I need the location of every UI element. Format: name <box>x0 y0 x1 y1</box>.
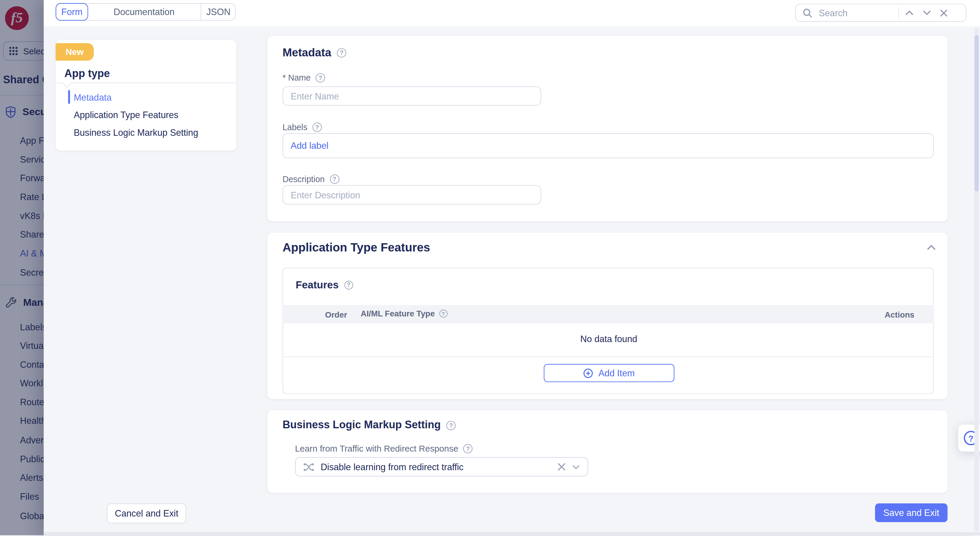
chevron-down-icon[interactable] <box>572 464 580 469</box>
section-title: Application Type Features <box>283 241 430 255</box>
divider <box>284 357 934 357</box>
modal-dim-overlay <box>0 0 44 535</box>
metadata-card: Metadata ? * Name ? Labels ? Add label D… <box>267 36 948 221</box>
shuffle-icon <box>303 462 315 472</box>
wizard-nav-item-features[interactable]: Application Type Features <box>74 110 178 120</box>
redirect-label-row: Learn from Traffic with Redirect Respons… <box>295 443 473 453</box>
add-label-button[interactable]: Add label <box>291 141 328 151</box>
section-title: Metadata <box>283 46 331 59</box>
search-icon <box>802 8 813 18</box>
help-icon[interactable]: ? <box>316 73 325 83</box>
redirect-dropdown[interactable]: Disable learning from redirect traffic <box>295 457 588 477</box>
features-card: Application Type Features Features ? Ord… <box>267 233 948 399</box>
app-root: f5 Selec Shared C Secu App Fi <box>0 0 980 535</box>
name-label: * Name <box>283 73 311 83</box>
name-label-row: * Name ? <box>283 73 325 83</box>
plus-circle-icon <box>584 368 593 378</box>
add-item-button[interactable]: Add Item <box>544 364 675 382</box>
clear-icon[interactable] <box>558 463 566 471</box>
scrollbar-thumb[interactable] <box>974 35 979 191</box>
empty-table-message: No data found <box>283 334 935 344</box>
chevron-up-icon[interactable] <box>905 10 914 16</box>
description-label-row: Description ? <box>283 174 339 184</box>
help-icon[interactable]: ? <box>330 174 339 184</box>
help-icon[interactable]: ? <box>344 281 353 289</box>
search-divider <box>898 7 899 18</box>
search-bar <box>795 4 966 22</box>
help-icon[interactable]: ? <box>337 48 346 57</box>
dropdown-value: Disable learning from redirect traffic <box>321 462 551 472</box>
labels-label-row: Labels ? <box>283 123 322 132</box>
column-header-actions: Actions <box>885 310 915 320</box>
search-input[interactable] <box>818 7 898 18</box>
active-item-bar <box>68 90 70 104</box>
description-input[interactable] <box>283 185 541 204</box>
table-header-row: Order AI/ML Feature Type ? Actions <box>284 305 934 323</box>
tab-form[interactable]: Form <box>56 3 88 21</box>
close-icon[interactable] <box>940 9 948 16</box>
name-input[interactable] <box>283 86 541 106</box>
metadata-heading-row: Metadata ? <box>283 46 346 59</box>
collapse-chevron-icon[interactable] <box>926 244 936 250</box>
description-label: Description <box>283 174 325 184</box>
divider <box>56 83 236 83</box>
bottom-edge-strip <box>44 532 980 535</box>
redirect-field-label: Learn from Traffic with Redirect Respons… <box>295 443 458 453</box>
features-heading-row: Features ? <box>296 279 353 291</box>
help-icon[interactable]: ? <box>446 421 456 430</box>
wizard-nav-card: New App type Metadata Application Type F… <box>56 40 236 151</box>
tab-json[interactable]: JSON <box>200 3 236 21</box>
column-header-order: Order <box>325 310 347 320</box>
labels-label: Labels <box>283 123 307 132</box>
features-box: Features ? Order AI/ML Feature Type ? Ac… <box>283 268 934 394</box>
wizard-nav-item-metadata[interactable]: Metadata <box>74 93 111 103</box>
add-item-label: Add Item <box>598 368 635 378</box>
nav-notch <box>62 79 72 88</box>
wizard-title: App type <box>64 68 110 80</box>
cancel-and-exit-button[interactable]: Cancel and Exit <box>107 504 186 523</box>
business-heading-row: Business Logic Markup Setting ? <box>283 419 456 432</box>
wizard-nav-item-business-logic[interactable]: Business Logic Markup Setting <box>74 128 198 137</box>
business-logic-card: Business Logic Markup Setting ? Learn fr… <box>267 410 948 493</box>
features-title: Features <box>296 279 339 291</box>
section-title: Business Logic Markup Setting <box>283 419 441 432</box>
help-icon[interactable]: ? <box>312 123 322 132</box>
help-icon[interactable]: ? <box>463 443 473 453</box>
labels-container: Add label <box>283 133 934 158</box>
save-and-exit-button[interactable]: Save and Exit <box>875 504 948 522</box>
help-icon[interactable]: ? <box>439 309 447 318</box>
tab-documentation[interactable]: Documentation <box>88 3 200 21</box>
status-badge-new: New <box>56 43 94 61</box>
chevron-down-icon[interactable] <box>923 10 931 16</box>
column-header-feature-type: AI/ML Feature Type ? <box>361 309 447 319</box>
